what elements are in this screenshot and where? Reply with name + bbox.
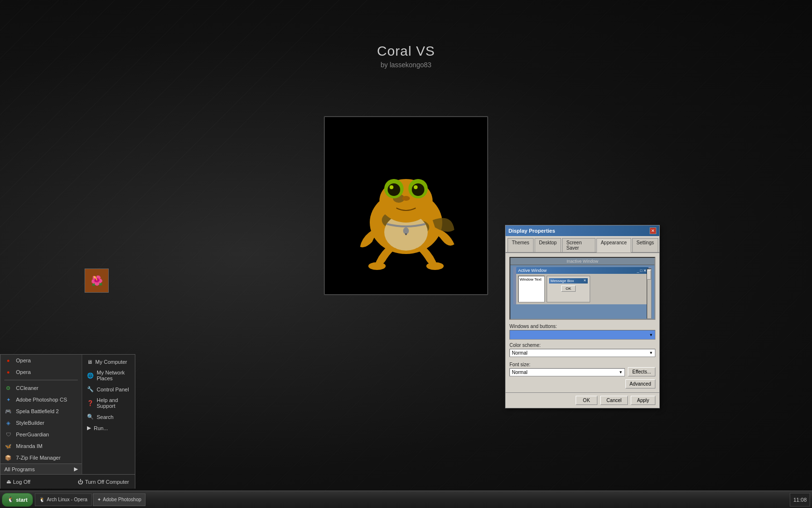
svg-point-13	[402, 196, 410, 201]
menu-item-run[interactable]: ▶ Run...	[82, 422, 135, 433]
turnoff-label: Turn Off Computer	[85, 479, 129, 485]
win-minimize-icon[interactable]: _	[637, 269, 639, 273]
ok-button[interactable]: OK	[576, 396, 597, 405]
logoff-label: Log Off	[13, 479, 30, 485]
desktop-icon-photoshop[interactable]: 🌺	[85, 269, 109, 293]
taskbar-item-opera[interactable]: 🐧 Arch Linux - Opera	[35, 493, 92, 506]
control-icon: 🔧	[87, 386, 94, 392]
desktop: Coral VS by lassekongo83	[0, 0, 812, 508]
tab-settings[interactable]: Settings	[632, 238, 658, 252]
tab-appearance[interactable]: Appearance	[596, 238, 631, 253]
font-size-dropdown-icon: ▼	[619, 370, 623, 374]
turnoff-button[interactable]: ⏻ Turn Off Computer	[76, 478, 131, 486]
windows-buttons-select[interactable]: ▼	[509, 330, 655, 340]
menu-item-battlefield[interactable]: 🎮 Spela Battlefield 2	[0, 405, 82, 417]
menu-item-mynetwork-label: My Network Places	[97, 370, 130, 381]
win-maximize-icon[interactable]: □	[640, 269, 642, 273]
message-box-close-icon[interactable]: ✕	[583, 279, 586, 283]
inactive-window-bar: Inactive Window	[510, 258, 654, 265]
taskbar-items: 🐧 Arch Linux - Opera ✦ Adobe Photoshop	[35, 493, 788, 506]
start-menu-right-col: 🖥 My Computer 🌐 My Network Places 🔧 Cont…	[82, 355, 135, 474]
menu-item-stylebuilder-label: StyleBuilder	[16, 420, 44, 426]
win-close-icon[interactable]: ✕	[643, 269, 647, 273]
cancel-button[interactable]: Cancel	[600, 396, 628, 405]
preview-scrollbar[interactable]	[647, 269, 652, 319]
logoff-button[interactable]: ⏏ Log Off	[4, 478, 32, 486]
dialog-tabs: Themes Desktop Screen Saver Appearance S…	[506, 236, 659, 253]
display-properties-dialog: Display Properties ✕ Themes Desktop Scre…	[505, 225, 660, 408]
menu-item-mycomputer-label: My Computer	[95, 359, 127, 365]
tab-themes[interactable]: Themes	[508, 238, 534, 252]
message-box: Message Box ✕ OK	[547, 276, 590, 302]
svg-point-14	[403, 227, 409, 234]
ps-taskbar-icon: ✦	[97, 497, 101, 502]
menu-item-search[interactable]: 🔍 Search	[82, 411, 135, 422]
scrollbar-thumb	[647, 270, 651, 280]
stylebuilder-icon: ◈	[4, 419, 12, 427]
font-size-label: Font size:	[509, 362, 625, 367]
menu-item-opera1[interactable]: ● Opera	[0, 355, 82, 366]
clock-display: 11:08	[793, 497, 807, 503]
battlefield-icon: 🎮	[4, 407, 12, 415]
miranda-icon: 🦋	[4, 442, 12, 450]
start-button[interactable]: 🐧 start	[2, 493, 33, 507]
search-icon: 🔍	[87, 414, 94, 420]
menu-item-controlpanel[interactable]: 🔧 Control Panel	[82, 384, 135, 395]
svg-point-9	[388, 183, 400, 196]
menu-item-controlpanel-label: Control Panel	[97, 387, 129, 392]
start-button-label: start	[16, 497, 28, 503]
start-menu: ● Opera ● Opera ⚙ CCleaner ✦ Adobe Photo…	[0, 354, 135, 489]
wallpaper-title: Coral VS	[377, 44, 435, 59]
menu-item-peerguardian[interactable]: 🛡 PeerGuardian	[0, 429, 82, 440]
advanced-button[interactable]: Advanced	[625, 379, 655, 388]
menu-item-opera2[interactable]: ● Opera	[0, 366, 82, 378]
menu-item-opera2-label: Opera	[16, 369, 31, 375]
menu-item-7zip[interactable]: 📦 7-Zip File Manager	[0, 452, 82, 463]
menu-item-ccleaner-label: CCleaner	[16, 385, 38, 391]
menu-item-mynetwork[interactable]: 🌐 My Network Places	[82, 367, 135, 384]
dialog-close-button[interactable]: ✕	[650, 227, 656, 234]
windows-buttons-label: Windows and buttons:	[509, 324, 655, 329]
network-icon: 🌐	[87, 373, 94, 379]
wallpaper-subtitle: by lassekongo83	[377, 61, 435, 69]
color-scheme-select[interactable]: Normal ▼	[509, 349, 655, 357]
font-size-select[interactable]: Normal ▼	[509, 368, 625, 376]
windows-buttons-row: ▼	[509, 330, 655, 340]
wallpaper-image	[324, 116, 488, 295]
window-text-label: Window Text	[520, 277, 541, 282]
ccleaner-icon: ⚙	[4, 384, 12, 392]
menu-item-run-label: Run...	[94, 425, 108, 431]
taskbar-item-photoshop[interactable]: ✦ Adobe Photoshop	[93, 493, 146, 506]
help-icon: ❓	[87, 400, 94, 406]
start-menu-footer: ⏏ Log Off ⏻ Turn Off Computer	[0, 474, 135, 489]
dialog-footer: OK Cancel Apply	[506, 392, 659, 408]
window-text-area: Window Text	[518, 276, 545, 302]
menu-item-ccleaner[interactable]: ⚙ CCleaner	[0, 382, 82, 394]
appearance-preview: Inactive Window Active Window _ □ ✕ Wind…	[509, 257, 655, 320]
start-menu-left-col: ● Opera ● Opera ⚙ CCleaner ✦ Adobe Photo…	[0, 355, 82, 474]
dialog-title: Display Properties	[508, 228, 555, 234]
taskbar: 🐧 start 🐧 Arch Linux - Opera ✦ Adobe Pho…	[0, 491, 812, 508]
run-icon: ▶	[87, 425, 91, 431]
menu-item-mycomputer[interactable]: 🖥 My Computer	[82, 357, 135, 367]
menu-item-miranda-label: Miranda IM	[16, 443, 43, 449]
menu-item-stylebuilder[interactable]: ◈ StyleBuilder	[0, 417, 82, 429]
menu-item-photoshop[interactable]: ✦ Adobe Photoshop CS	[0, 394, 82, 405]
svg-point-10	[412, 183, 424, 196]
menu-item-miranda[interactable]: 🦋 Miranda IM	[0, 440, 82, 452]
active-window-bar: Active Window _ □ ✕	[516, 267, 649, 274]
opera-icon: ●	[4, 357, 12, 364]
svg-point-16	[368, 262, 386, 270]
tab-screensaver[interactable]: Screen Saver	[562, 238, 595, 252]
effects-button[interactable]: Effects...	[628, 367, 655, 376]
apply-button[interactable]: Apply	[631, 396, 655, 405]
all-programs-button[interactable]: All Programs ▶	[0, 463, 82, 474]
tab-desktop[interactable]: Desktop	[535, 238, 561, 252]
arch-icon: 🐧	[39, 497, 45, 502]
active-window-content: Window Text Message Box ✕ OK	[516, 274, 649, 304]
menu-item-peerguardian-label: PeerGuardian	[16, 432, 49, 437]
taskbar-item-photoshop-label: Adobe Photoshop	[103, 497, 142, 502]
menu-item-help[interactable]: ❓ Help and Support	[82, 395, 135, 411]
message-box-ok-button[interactable]: OK	[561, 285, 576, 292]
taskbar-systray: 11:08	[790, 493, 810, 507]
